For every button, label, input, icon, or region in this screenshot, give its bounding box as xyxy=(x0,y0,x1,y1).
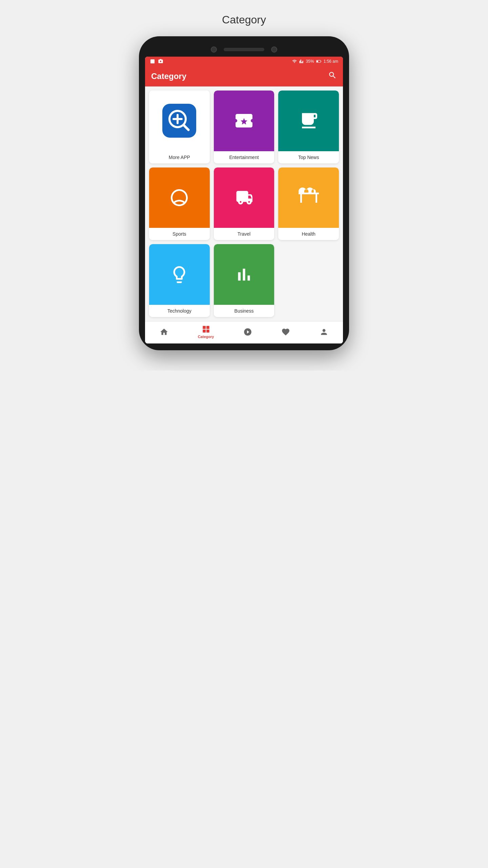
battery-icon xyxy=(316,59,322,63)
technology-icon xyxy=(169,264,189,285)
svg-rect-2 xyxy=(317,61,318,62)
category-item-more-app[interactable]: More APP xyxy=(149,91,210,163)
category-item-sports[interactable]: Sports xyxy=(149,167,210,240)
category-item-health[interactable]: Health xyxy=(278,167,339,240)
category-grid-bottom: Technology Business xyxy=(145,244,343,321)
phone-screen: 35% 1:56 am Category xyxy=(145,57,343,343)
search-button[interactable] xyxy=(328,71,337,82)
grid-icon xyxy=(202,325,210,334)
person-icon xyxy=(320,328,328,336)
empty-placeholder xyxy=(278,244,339,317)
travel-icon xyxy=(234,188,254,208)
entertainment-label: Entertainment xyxy=(214,151,274,163)
nav-home[interactable] xyxy=(160,328,168,336)
image-icon xyxy=(150,59,155,64)
heart-icon xyxy=(281,328,290,336)
health-icon xyxy=(299,188,319,208)
battery-text: 35% xyxy=(306,59,314,64)
health-icon-box xyxy=(278,167,339,228)
front-camera-2 xyxy=(271,46,277,53)
news-icon xyxy=(299,111,319,131)
category-item-top-news[interactable]: Top News xyxy=(278,91,339,163)
business-label: Business xyxy=(214,305,274,317)
signal-icon xyxy=(299,59,304,64)
top-news-label: Top News xyxy=(278,151,339,163)
ticket-icon xyxy=(234,111,254,131)
page-heading: Category xyxy=(222,14,266,26)
nav-category[interactable]: Category xyxy=(198,325,214,339)
travel-label: Travel xyxy=(214,228,274,240)
search-plus-icon xyxy=(167,109,191,133)
home-icon xyxy=(160,328,168,336)
nav-play[interactable] xyxy=(243,328,252,336)
nav-favorite[interactable] xyxy=(281,328,290,336)
more-app-label: More APP xyxy=(149,151,210,163)
business-icon xyxy=(234,264,254,285)
technology-label: Technology xyxy=(149,305,210,317)
status-left-icons xyxy=(150,59,163,64)
bottom-nav: Category xyxy=(145,321,343,343)
sports-label: Sports xyxy=(149,228,210,240)
more-app-icon xyxy=(162,104,196,138)
category-item-entertainment[interactable]: Entertainment xyxy=(214,91,274,163)
top-news-icon-box xyxy=(278,91,339,151)
category-grid-top: More APP Entertainment Top News xyxy=(145,86,343,244)
business-icon-box xyxy=(214,244,274,305)
sports-icon xyxy=(169,188,189,208)
app-bar: Category xyxy=(145,66,343,86)
time-text: 1:56 am xyxy=(324,59,338,64)
health-label: Health xyxy=(278,228,339,240)
more-app-icon-box xyxy=(149,91,210,151)
category-item-business[interactable]: Business xyxy=(214,244,274,317)
speaker xyxy=(224,48,264,51)
status-right-info: 35% 1:56 am xyxy=(292,59,338,64)
technology-icon-box xyxy=(149,244,210,305)
svg-line-4 xyxy=(184,125,188,130)
entertainment-icon-box xyxy=(214,91,274,151)
travel-icon-box xyxy=(214,167,274,228)
play-icon xyxy=(243,328,252,336)
category-item-travel[interactable]: Travel xyxy=(214,167,274,240)
status-bar: 35% 1:56 am xyxy=(145,57,343,66)
nav-category-label: Category xyxy=(198,335,214,339)
sports-icon-box xyxy=(149,167,210,228)
phone-frame: 35% 1:56 am Category xyxy=(139,36,349,350)
nav-profile[interactable] xyxy=(320,328,328,336)
front-camera xyxy=(211,46,217,53)
category-item-technology[interactable]: Technology xyxy=(149,244,210,317)
wifi-icon xyxy=(292,59,297,64)
camera-icon xyxy=(158,59,163,64)
app-bar-title: Category xyxy=(151,72,186,81)
svg-rect-1 xyxy=(321,61,321,62)
